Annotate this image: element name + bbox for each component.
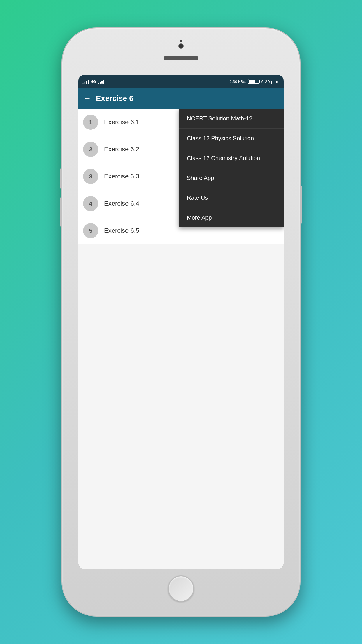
home-button[interactable] (168, 575, 194, 602)
dropdown-item-chemistry[interactable]: Class 12 Chemistry Solution (179, 148, 284, 168)
screen-frame: 4G 2.30 KB/s 6:39 p.m. (78, 75, 284, 569)
battery-indicator (248, 79, 259, 84)
dropdown-item-more[interactable]: More App (179, 208, 284, 228)
item-number: 3 (83, 169, 98, 184)
signal-icon-2 (98, 79, 104, 84)
app-bar-title: Exercise 6 (96, 94, 279, 103)
item-label: Exercise 6.2 (104, 146, 139, 153)
dropdown-item-rate[interactable]: Rate Us (179, 188, 284, 208)
item-label: Exercise 6.4 (104, 200, 139, 207)
front-camera (178, 43, 184, 49)
dropdown-menu: NCERT Solution Math-12 Class 12 Physics … (179, 109, 284, 228)
app-bar: ← Exercise 6 (78, 88, 284, 109)
screen: 4G 2.30 KB/s 6:39 p.m. (78, 75, 284, 569)
exercise-list: 1 Exercise 6.1 2 Exercise 6.2 3 Exercise… (78, 109, 284, 569)
item-number: 1 (83, 115, 98, 130)
power-button[interactable] (300, 186, 302, 224)
item-number: 5 (83, 223, 98, 238)
status-time: 6:39 p.m. (261, 79, 280, 84)
status-bar: 4G 2.30 KB/s 6:39 p.m. (78, 75, 284, 88)
item-number: 4 (83, 196, 98, 211)
item-number: 2 (83, 142, 98, 157)
phone-frame: 4G 2.30 KB/s 6:39 p.m. (61, 27, 301, 617)
speaker-dot (180, 40, 182, 42)
dropdown-item-ncert[interactable]: NCERT Solution Math-12 (179, 109, 284, 129)
back-button[interactable]: ← (83, 94, 91, 103)
battery-fill (249, 80, 255, 83)
item-label: Exercise 6.1 (104, 118, 139, 126)
status-left: 4G (82, 79, 104, 84)
dropdown-item-physics[interactable]: Class 12 Physics Solution (179, 129, 284, 148)
status-right: 2.30 KB/s 6:39 p.m. (230, 79, 280, 84)
network-type: 4G (91, 79, 96, 84)
item-label: Exercise 6.3 (104, 173, 139, 180)
dropdown-item-share[interactable]: Share App (179, 168, 284, 188)
item-label: Exercise 6.5 (104, 227, 139, 235)
signal-icon-1 (82, 79, 89, 84)
network-speed: 2.30 KB/s (230, 79, 246, 84)
volume-down-button[interactable] (60, 168, 62, 189)
battery-tip (259, 80, 260, 83)
speaker-grille (164, 56, 198, 60)
volume-up-button[interactable] (60, 197, 62, 227)
